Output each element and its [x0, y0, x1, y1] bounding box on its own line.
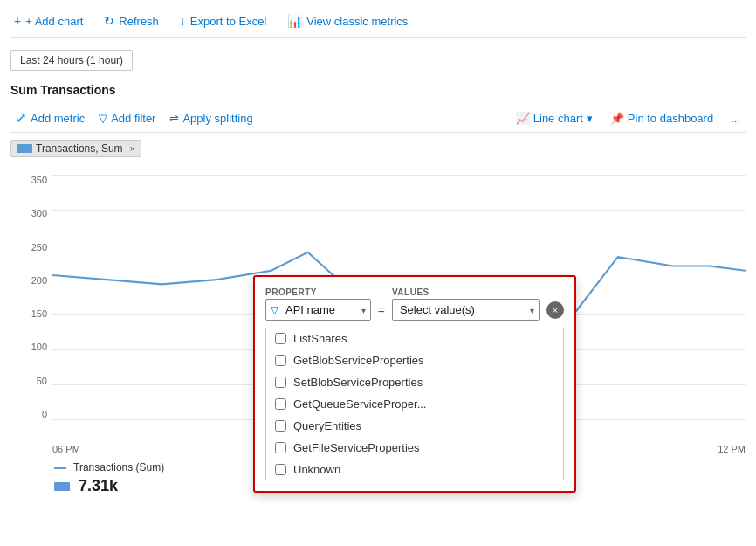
y-label: 300 — [31, 208, 47, 218]
metric-toolbar: ⤢ Add metric ▽ Add filter ⇌ Apply splitt… — [10, 104, 746, 133]
list-item[interactable]: GetBlobServiceProperties — [266, 349, 563, 371]
filter-icon: ▽ — [99, 112, 107, 125]
y-label: 0 — [42, 409, 47, 419]
add-metric-icon: ⤢ — [16, 110, 27, 126]
legend-label: Transactions (Sum) — [73, 461, 164, 473]
add-metric-button[interactable]: ⤢ Add metric — [10, 107, 90, 128]
item-checkbox[interactable] — [275, 398, 286, 410]
pin-icon: 📌 — [610, 112, 624, 125]
chevron-down-icon: ▾ — [587, 112, 593, 125]
property-dropdown[interactable]: API name — [265, 299, 371, 321]
download-icon: ↓ — [180, 14, 186, 28]
legend-color-swatch — [54, 467, 66, 469]
y-label: 250 — [31, 242, 47, 252]
more-options-button[interactable]: ... — [725, 109, 746, 128]
values-list: ListShares GetBlobServiceProperties SetB… — [265, 328, 564, 480]
apply-splitting-button[interactable]: ⇌ Apply splitting — [164, 109, 258, 128]
list-item[interactable]: ListShares — [266, 328, 563, 349]
chart-wrapper: Transactions, Sum × PROPERTY ▽ API name … — [10, 140, 746, 495]
filter-chip: Transactions, Sum × — [10, 140, 141, 157]
list-item[interactable]: GetQueueServiceProper... — [266, 393, 563, 415]
refresh-button[interactable]: ↻ Refresh — [100, 12, 162, 30]
add-filter-button[interactable]: ▽ Add filter — [93, 109, 161, 128]
filter-dropdown-popup: PROPERTY ▽ API name ▾ = VALUES — [253, 275, 576, 493]
split-icon: ⇌ — [169, 112, 179, 125]
chip-close-button[interactable]: × — [130, 143, 135, 154]
item-checkbox[interactable] — [275, 442, 286, 453]
chart-icon: 📊 — [287, 14, 302, 28]
y-label: 350 — [31, 175, 47, 185]
values-label: VALUES — [392, 287, 540, 297]
property-label: PROPERTY — [265, 287, 371, 297]
property-selector-wrap: PROPERTY ▽ API name ▾ — [265, 287, 371, 321]
list-item[interactable]: SetBlobServiceProperties — [266, 371, 563, 393]
y-label: 150 — [31, 308, 47, 319]
filter-row: Transactions, Sum × — [10, 140, 746, 157]
line-chart-icon: 📈 — [516, 112, 530, 125]
list-item[interactable]: QueryEntities — [266, 415, 563, 437]
values-selector-wrap: VALUES Select value(s) ▾ — [392, 287, 540, 321]
y-label: 100 — [31, 342, 47, 352]
top-toolbar: + + Add chart ↻ Refresh ↓ Export to Exce… — [10, 7, 746, 38]
list-item[interactable]: GetFileServiceProperties — [266, 437, 563, 459]
values-dropdown[interactable]: Select value(s) — [392, 299, 540, 321]
section-title: Sum Transactions — [10, 83, 746, 97]
view-classic-button[interactable]: 📊 View classic metrics — [284, 12, 411, 30]
item-checkbox[interactable] — [275, 377, 286, 388]
list-item[interactable]: Unknown — [266, 459, 563, 480]
popup-close-button[interactable]: × — [546, 301, 564, 319]
plus-icon: + — [14, 14, 21, 28]
filter-funnel-icon: ▽ — [271, 304, 278, 316]
y-label: 200 — [31, 275, 47, 286]
chip-color-swatch — [17, 144, 32, 153]
item-checkbox[interactable] — [275, 355, 286, 366]
item-checkbox[interactable] — [275, 333, 286, 344]
equals-sign: = — [378, 303, 385, 321]
line-chart-button[interactable]: 📈 Line chart ▾ — [511, 109, 598, 128]
legend-bar — [54, 482, 70, 491]
x-label: 06 PM — [52, 444, 80, 454]
x-label: 12 PM — [718, 444, 746, 454]
pin-dashboard-button[interactable]: 📌 Pin to dashboard — [605, 109, 718, 128]
add-chart-button[interactable]: + + Add chart — [10, 12, 86, 30]
legend-value: 7.31k — [79, 477, 118, 495]
item-checkbox[interactable] — [275, 420, 286, 432]
item-checkbox[interactable] — [275, 464, 286, 475]
time-range-selector[interactable]: Last 24 hours (1 hour) — [10, 50, 133, 71]
export-button[interactable]: ↓ Export to Excel — [176, 12, 270, 30]
y-label: 50 — [37, 376, 47, 386]
y-axis: 350 300 250 200 150 100 50 0 — [10, 175, 52, 419]
refresh-icon: ↻ — [104, 14, 114, 28]
